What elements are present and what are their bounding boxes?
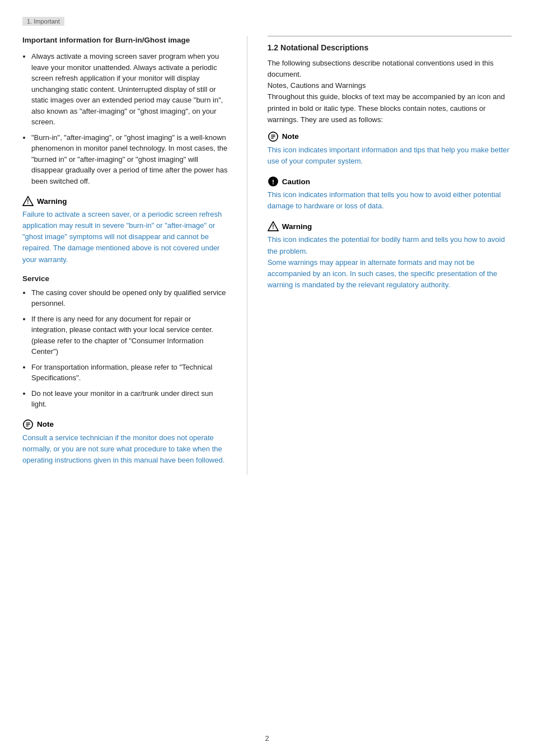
breadcrumb-tag: 1. Important: [22, 17, 64, 26]
note-icon-1: [22, 419, 34, 430]
svg-text:!: !: [272, 225, 274, 231]
note-block-1: Note Consult a service technician if the…: [22, 419, 229, 466]
service-list-item-1: The casing cover should be opened only b…: [31, 287, 229, 309]
note-icon-2: [268, 131, 279, 142]
two-column-layout: Important information for Burn-in/Ghost …: [22, 36, 512, 475]
warning-header-1: ! Warning: [22, 195, 229, 207]
notational-heading: 1.2 Notational Descriptions: [268, 43, 512, 52]
note-header-1: Note: [22, 419, 229, 430]
service-list-item-4: Do not leave your monitor in a car/trunk…: [31, 388, 229, 410]
burn-section-heading: Important information for Burn-in/Ghost …: [22, 36, 229, 44]
note-label-2: Note: [282, 132, 299, 141]
page-number: 2: [265, 734, 269, 743]
warning-block-2: ! Warning This icon indicates the potent…: [268, 221, 512, 291]
burn-section-list: Always activate a moving screen saver pr…: [22, 51, 229, 186]
warning-icon-1: !: [22, 195, 34, 207]
warning-text-2: This icon indicates the potential for bo…: [268, 234, 512, 291]
warning-label-1: Warning: [37, 197, 67, 206]
note-block-2: Note This icon indicates important infor…: [268, 131, 512, 167]
caution-text-1: This icon indicates information that tel…: [268, 189, 512, 212]
caution-icon-1: !: [268, 176, 279, 187]
warning-text-1: Failure to activate a screen saver, or a…: [22, 209, 229, 265]
right-column: 1.2 Notational Descriptions The followin…: [247, 36, 512, 475]
caution-header-1: ! Caution: [268, 176, 512, 187]
column-divider: [268, 36, 512, 36]
svg-text:!: !: [272, 178, 274, 186]
notational-intro: The following subsections describe notat…: [268, 58, 512, 125]
burn-list-item-1: Always activate a moving screen saver pr…: [31, 51, 229, 128]
warning-block-1: ! Warning Failure to activate a screen s…: [22, 195, 229, 265]
burn-list-item-2: "Burn-in", "after-imaging", or "ghost im…: [31, 132, 229, 187]
warning-icon-2: !: [268, 221, 279, 232]
note-header-2: Note: [268, 131, 512, 142]
service-list-item-3: For transportation information, please r…: [31, 362, 229, 384]
warning-header-2: ! Warning: [268, 221, 512, 232]
caution-label-1: Caution: [282, 178, 310, 186]
note-text-2: This icon indicates important informatio…: [268, 144, 512, 167]
caution-block-1: ! Caution This icon indicates informatio…: [268, 176, 512, 212]
service-heading: Service: [22, 274, 229, 283]
left-column: Important information for Burn-in/Ghost …: [22, 36, 247, 475]
page: 1. Important Important information for B…: [0, 0, 534, 756]
svg-text:!: !: [27, 199, 29, 205]
note-label-1: Note: [37, 420, 54, 428]
note-text-1: Consult a service technician if the moni…: [22, 432, 229, 466]
service-list-item-2: If there is any need for any document fo…: [31, 314, 229, 357]
warning-label-2: Warning: [282, 222, 312, 231]
service-list: The casing cover should be opened only b…: [22, 287, 229, 410]
